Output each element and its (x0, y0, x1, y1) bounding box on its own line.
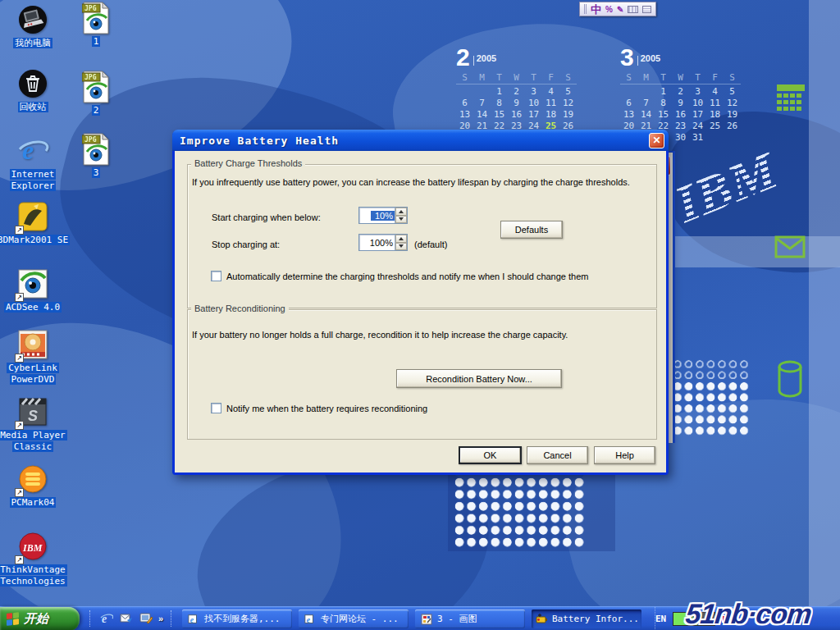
internet-explorer-icon: e (186, 612, 200, 626)
outlook-express-icon[interactable] (119, 612, 133, 626)
ime-language-bar[interactable]: 中 % ✎ (579, 2, 656, 16)
ime-keyboard-icon[interactable] (628, 6, 638, 13)
ime-menu-icon[interactable] (642, 6, 651, 13)
language-indicator[interactable]: EN (655, 614, 666, 624)
shortcut-arrow-icon: ↗ (15, 293, 24, 302)
start-charging-spinner[interactable]: 10% (358, 207, 408, 224)
stop-charging-spinner[interactable]: 100% (358, 234, 408, 251)
shortcut-arrow-icon: ↗ (15, 555, 24, 564)
calendar-day: 11 (542, 98, 559, 109)
calendar-day: 5 (559, 86, 577, 98)
spin-up-button[interactable] (395, 235, 407, 243)
notify-reconditioning-checkbox[interactable] (211, 403, 221, 413)
calendar-day: 3 (525, 86, 542, 98)
notify-reconditioning-checkbox-label: Notify me when the battery requires reco… (226, 404, 427, 413)
defaults-button[interactable]: Defaults (500, 221, 563, 239)
desktop-icon-media-player-classic[interactable]: S ↗ Media Player Classic (0, 395, 71, 453)
desktop-icon-jpg-2[interactable]: JPG 2 (58, 71, 134, 116)
calendar-day: 3 (689, 86, 706, 98)
start-button[interactable]: 开始 (0, 607, 80, 630)
desktop-icon-pcmark[interactable]: ↗ PCMark04 (0, 463, 71, 509)
taskbar-window-paint[interactable]: 3 - 画图 (415, 609, 525, 628)
calendar-year: 2005 (477, 53, 496, 63)
calendar-day: 2 (508, 86, 525, 98)
calendar-day: 9 (672, 98, 689, 109)
desktop-icon-label: ThinkVantage Technologies (0, 564, 71, 587)
desktop-icon-jpg-3[interactable]: JPG 3 (58, 133, 134, 179)
wallpaper-band (809, 0, 840, 607)
calendar-weekday: S (559, 72, 577, 84)
close-icon[interactable]: ✕ (649, 133, 664, 148)
jpg-file-icon: JPG (58, 2, 134, 34)
powerdvd-icon: ↗ (0, 328, 71, 361)
calendar-day: 11 (706, 98, 724, 109)
desktop-icon-acdsee[interactable]: ↗ ACDSee 4.0 (0, 267, 71, 313)
spin-down-button[interactable] (395, 243, 407, 251)
calendar-weekday: W (672, 72, 689, 84)
calendar-day: 12 (559, 98, 577, 109)
calendar-weekday: T (525, 72, 542, 84)
spin-up-button[interactable] (395, 208, 407, 216)
calendar-day: 14 (473, 109, 491, 121)
calendar-day: 8 (491, 98, 508, 109)
calendar-day: 23 (672, 121, 689, 132)
calendar-day: 15 (655, 109, 672, 121)
calendar-day: 17 (689, 109, 706, 121)
show-desktop-icon[interactable] (139, 612, 153, 626)
calendar-day: 1 (491, 86, 508, 98)
calendar-year: 2005 (641, 53, 660, 63)
desktop-icon-label: 2 (58, 105, 134, 116)
grid-table-icon (776, 84, 806, 112)
internet-explorer-icon[interactable]: e (99, 612, 113, 626)
taskbar-window-forum[interactable]: e 专门网论坛 - ... (299, 609, 409, 628)
calendar-day: 4 (542, 86, 559, 98)
taskbar-window-label: 专门网论坛 - ... (321, 613, 399, 625)
calendar-month-number: 2 (456, 46, 470, 69)
dialog-titlebar[interactable]: Improve Battery Health ✕ (172, 130, 669, 151)
desktop-icon-thinkvantage[interactable]: IBM ↗ ThinkVantage Technologies (0, 530, 71, 587)
reconditioning-group-title: Battery Reconditioning (191, 304, 289, 313)
svg-text:e: e (189, 614, 194, 623)
quick-launch-overflow-chevron[interactable]: » (158, 614, 163, 623)
calendar-weekday: F (706, 72, 724, 84)
desktop-icon-3dmark[interactable]: ↗ 3DMark2001 SE (0, 200, 71, 246)
jpg-file-icon: JPG (58, 71, 134, 103)
cancel-button[interactable]: Cancel (527, 446, 588, 464)
calendar-day: 4 (706, 86, 724, 98)
desktop: IBM 2 2005 SMTWTFS1234567891011121314151… (0, 0, 840, 630)
desktop-icon-label: 3 (58, 167, 134, 179)
svg-text:JPG: JPG (84, 5, 97, 12)
calendar-weekday: T (655, 72, 672, 84)
calendar-day: 8 (655, 98, 672, 109)
help-button[interactable]: Help (594, 446, 655, 464)
improve-battery-health-dialog: Improve Battery Health ✕ Battery Charge … (172, 130, 669, 475)
ime-mode-icon[interactable]: % (605, 5, 613, 14)
jpg-file-icon: JPG (58, 133, 134, 166)
pcmark-icon: ↗ (0, 463, 71, 495)
calendar-day: 16 (672, 109, 689, 121)
ime-pen-icon[interactable]: ✎ (617, 5, 623, 14)
ime-chinese-icon[interactable]: 中 (591, 4, 601, 15)
taskbar-window-server-not-found[interactable]: e 找不到服务器,... (182, 609, 292, 628)
desktop-icon-label: 1 (58, 36, 134, 48)
stop-charging-value[interactable]: 100% (359, 238, 395, 248)
taskbar-window-battery-information[interactable]: Battery Infor... (532, 609, 641, 628)
ok-button[interactable]: OK (459, 446, 522, 464)
calendar-day: 2 (672, 86, 689, 98)
ime-grip-handle[interactable] (584, 4, 587, 14)
media-player-classic-icon: S ↗ (0, 395, 71, 428)
taskbar-window-label: Battery Infor... (552, 614, 639, 624)
acdsee-icon: ↗ (0, 267, 71, 300)
calendar-weekday: T (491, 72, 508, 84)
auto-thresholds-checkbox[interactable] (211, 271, 221, 281)
thinkvantage-icon: IBM ↗ (0, 530, 71, 563)
recondition-battery-button[interactable]: Recondition Battery Now... (396, 369, 562, 388)
battery-icon (536, 612, 548, 626)
start-charging-value[interactable]: 10% (371, 211, 395, 221)
desktop-icon-powerdvd[interactable]: ↗ CyberLink PowerDVD (0, 328, 71, 386)
taskbar-separator (89, 610, 92, 627)
calendar-weekday: W (508, 72, 525, 84)
taskbar-window-label: 3 - 画图 (437, 613, 477, 625)
desktop-icon-jpg-1[interactable]: JPG 1 (58, 2, 134, 48)
spin-down-button[interactable] (395, 216, 407, 224)
